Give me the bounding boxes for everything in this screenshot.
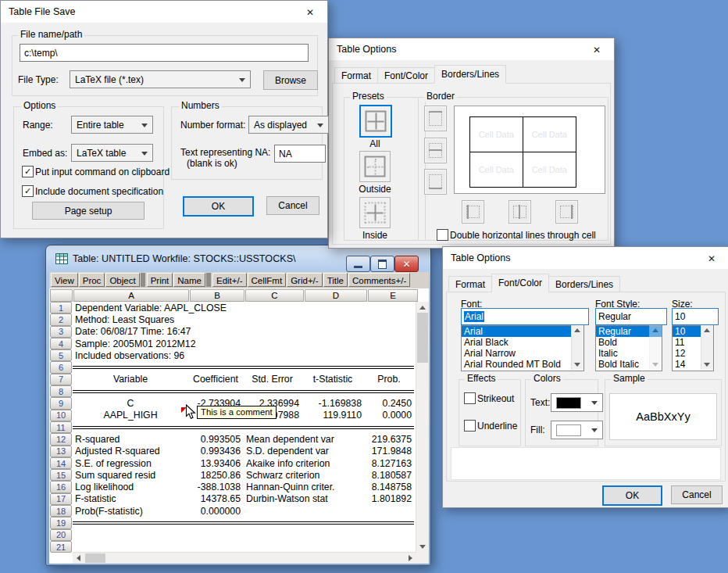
table-cell[interactable]: -388.1038 — [188, 481, 243, 492]
restore-button[interactable] — [370, 256, 394, 272]
tab-font-color[interactable]: Font/Color — [377, 67, 435, 84]
table-cell[interactable]: Method: Least Squares — [73, 313, 414, 325]
scroll-down-icon[interactable] — [419, 545, 426, 549]
toolbar-button-print[interactable]: Print — [147, 273, 173, 287]
fill-color-select[interactable] — [551, 421, 603, 439]
file-path-input[interactable]: c:\temp\ — [20, 44, 309, 62]
dialog-titlebar[interactable]: Table Options — [329, 38, 614, 60]
table-cell[interactable]: t-Statistic — [302, 374, 364, 385]
column-header-c[interactable]: C — [245, 289, 304, 302]
corner-cell[interactable] — [50, 289, 73, 302]
na-text-input[interactable]: NA — [274, 145, 326, 163]
row-header-17[interactable]: 17 — [50, 493, 72, 505]
table-cell[interactable]: 0.2450 — [364, 397, 414, 409]
close-icon[interactable]: ✕ — [704, 252, 719, 265]
dialog-titlebar[interactable]: Table Options — [443, 247, 728, 269]
underline-checkbox[interactable] — [464, 420, 476, 432]
font-option[interactable]: Arial Narrow — [462, 348, 583, 359]
table-cell[interactable]: Akaike info criterion — [243, 457, 364, 469]
dialog-titlebar[interactable]: Table File Save — [1, 1, 327, 23]
preview-cell[interactable]: Cell Data — [523, 117, 576, 152]
table-cell[interactable]: Prob. — [364, 374, 414, 385]
table-cell[interactable]: S.D. dependent var — [243, 446, 364, 457]
row-header-5[interactable]: 5 — [50, 349, 72, 361]
font-list-scrollbar[interactable] — [571, 325, 583, 370]
vertical-scroll-thumb[interactable] — [417, 313, 428, 363]
row-header-12[interactable]: 12 — [50, 433, 72, 445]
row-header-3[interactable]: 3 — [50, 326, 72, 338]
table-cell[interactable]: -1.169838 — [302, 397, 364, 409]
table-cell[interactable]: R-squared — [73, 433, 188, 445]
table-cell[interactable]: F-statistic — [73, 493, 188, 505]
font-option[interactable]: Arial — [462, 326, 583, 337]
close-icon[interactable]: ✕ — [589, 43, 605, 56]
toolbar-button-comments[interactable]: Comments+/- — [348, 273, 410, 287]
table-cell[interactable]: Schwarz criterion — [243, 469, 364, 481]
row-header-20[interactable]: 20 — [50, 529, 72, 541]
table-cell[interactable]: Date: 06/08/17 Time: 16:47 — [73, 326, 414, 338]
ok-button[interactable]: OK — [602, 485, 662, 506]
tab-format[interactable]: Format — [334, 67, 378, 84]
table-cell[interactable]: Durbin-Watson stat — [243, 493, 364, 505]
row-header-14[interactable]: 14 — [50, 457, 72, 469]
table-cell[interactable]: 171.9848 — [364, 446, 414, 457]
table-cell[interactable]: 0.993436 — [188, 446, 243, 457]
border-center-line-button[interactable] — [509, 200, 531, 224]
table-cell[interactable]: Prob(F-statistic) — [73, 505, 188, 517]
preset-all-button[interactable] — [359, 105, 392, 138]
table-cell[interactable]: Included observations: 96 — [73, 349, 414, 361]
toolbar-button-grid[interactable]: Grid+/- — [287, 273, 322, 287]
row-header-15[interactable]: 15 — [50, 469, 72, 481]
table-cell[interactable]: Log likelihood — [73, 481, 188, 492]
table-cell[interactable]: 219.6375 — [364, 433, 414, 445]
table-cell[interactable] — [364, 505, 414, 517]
table-cell[interactable]: Sum squared resid — [73, 469, 188, 481]
table-cell[interactable]: 18250.86 — [188, 469, 243, 481]
row-header-11[interactable]: 11 — [50, 421, 72, 433]
row-header-19[interactable]: 19 — [50, 517, 72, 528]
preview-cell[interactable]: Cell Data — [470, 117, 523, 152]
toolbar-button-view[interactable]: View — [51, 273, 78, 287]
text-color-select[interactable] — [551, 393, 603, 412]
table-cell[interactable]: 8.180587 — [364, 469, 414, 481]
table-cell[interactable]: Coefficient — [188, 374, 243, 385]
clipboard-checkbox[interactable] — [22, 166, 34, 177]
close-icon[interactable]: ✕ — [302, 5, 318, 19]
row-header-4[interactable]: 4 — [50, 338, 72, 349]
scroll-right-icon[interactable] — [409, 555, 412, 561]
row-header-18[interactable]: 18 — [50, 505, 72, 517]
column-header-b[interactable]: B — [190, 289, 244, 302]
tab-borders-lines[interactable]: Borders/Lines — [434, 65, 506, 84]
table-cell[interactable]: 1.801892 — [364, 493, 414, 505]
table-cell[interactable]: S.E. of regression — [73, 457, 188, 469]
table-cell[interactable]: 0.993505 — [188, 433, 243, 445]
table-cell[interactable]: Sample: 2005M01 2012M12 — [73, 338, 414, 349]
table-cell[interactable] — [243, 505, 364, 517]
table-cell[interactable]: AAPL_HIGH — [73, 410, 188, 421]
column-header-d[interactable]: D — [305, 289, 367, 302]
toolbar-button-edit[interactable]: Edit+/- — [212, 273, 247, 287]
table-cell[interactable]: Mean dependent var — [243, 433, 364, 445]
size-list-scrollbar[interactable] — [701, 325, 713, 370]
vertical-scrollbar[interactable] — [416, 302, 429, 553]
row-header-9[interactable]: 9 — [50, 397, 72, 409]
table-cell[interactable]: Variable — [73, 374, 188, 385]
border-right-line-button[interactable] — [555, 200, 578, 224]
minimize-button[interactable] — [346, 256, 370, 272]
cancel-button[interactable]: Cancel — [266, 196, 319, 215]
table-cell[interactable]: Std. Error — [243, 374, 302, 385]
row-header-2[interactable]: 2 — [50, 313, 72, 325]
preview-cell[interactable]: Cell Data — [470, 152, 523, 188]
scroll-left-icon[interactable] — [77, 555, 80, 561]
font-list[interactable]: ArialArial BlackArial NarrowArial Rounde… — [461, 325, 584, 371]
row-header-8[interactable]: 8 — [50, 385, 72, 397]
table-cell[interactable]: 8.148758 — [364, 481, 414, 492]
tab-font-color[interactable]: Font/Color — [491, 274, 549, 292]
row-header-1[interactable]: 1 — [50, 302, 72, 313]
table-cell[interactable]: Adjusted R-squared — [73, 446, 188, 457]
font-option[interactable]: Arial Black — [462, 337, 583, 348]
toolbar-button-proc[interactable]: Proc — [79, 273, 105, 287]
row-header-10[interactable]: 10 — [50, 410, 72, 421]
font-style-input[interactable]: Regular — [595, 308, 667, 325]
preview-cell[interactable]: Cell Data — [523, 152, 576, 188]
